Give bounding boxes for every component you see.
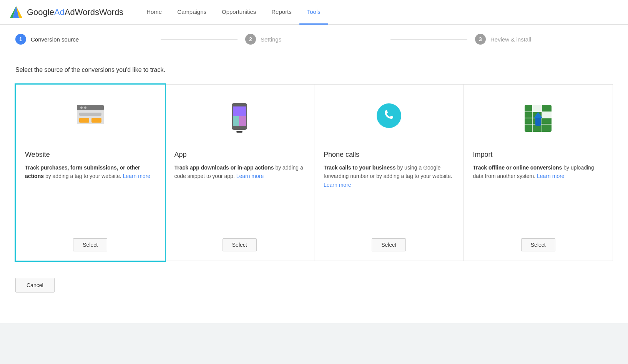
step-2: 2 Settings — [245, 34, 383, 45]
app-select-button[interactable]: Select — [223, 238, 257, 251]
phone-learn-more[interactable]: Learn more — [324, 182, 351, 188]
website-select-button[interactable]: Select — [73, 238, 107, 251]
card-import[interactable]: Import Track offline or online conversio… — [464, 84, 613, 261]
phone-card-desc: Track calls to your business by using a … — [324, 163, 454, 231]
phone-select-button[interactable]: Select — [372, 238, 406, 251]
phone-card-title: Phone calls — [324, 151, 359, 159]
section-title: Select the source of the conversions you… — [15, 66, 613, 73]
step-1-label: Conversion source — [31, 36, 79, 43]
svg-rect-14 — [233, 106, 246, 116]
import-learn-more[interactable]: Learn more — [537, 173, 565, 179]
step-2-label: Settings — [261, 36, 281, 43]
step-connector-1 — [161, 39, 238, 40]
app-card-desc: Track app downloads or in-app actions by… — [174, 163, 305, 231]
nav-tools[interactable]: Tools — [299, 0, 328, 25]
app-card-title: App — [174, 151, 187, 159]
step-3-circle: 3 — [475, 34, 486, 45]
app-card-icon — [174, 95, 305, 141]
import-card-title: Import — [473, 151, 493, 159]
svg-rect-10 — [79, 118, 89, 123]
svg-rect-28 — [535, 117, 541, 126]
phone-card-icon — [324, 95, 454, 141]
step-2-circle: 2 — [245, 34, 256, 45]
step-1: 1 Conversion source — [15, 34, 153, 45]
nav-opportunities[interactable]: Opportunities — [214, 0, 264, 25]
header: GooglehomeAdAdWordsWords Home Campaigns … — [0, 0, 628, 25]
step-connector-2 — [390, 39, 467, 40]
import-card-icon — [473, 95, 604, 141]
main-nav: Home Campaigns Opportunities Reports Too… — [139, 0, 328, 25]
svg-rect-17 — [236, 131, 243, 133]
nav-reports[interactable]: Reports — [264, 0, 299, 25]
svg-point-8 — [84, 106, 86, 109]
cancel-button[interactable]: Cancel — [15, 278, 55, 293]
logo: GooglehomeAdAdWordsWords — [9, 5, 123, 19]
svg-rect-27 — [542, 112, 552, 118]
card-phone[interactable]: Phone calls Track calls to your business… — [314, 84, 464, 261]
nav-campaigns[interactable]: Campaigns — [169, 0, 214, 25]
card-app[interactable]: App Track app downloads or in-app action… — [165, 84, 315, 261]
svg-rect-11 — [91, 118, 101, 123]
adwords-logo-icon — [9, 5, 23, 19]
step-3-label: Review & install — [490, 36, 531, 43]
svg-point-7 — [80, 106, 83, 109]
cards-grid: Website Track purchases, form submission… — [15, 84, 613, 261]
import-card-desc: Track offline or online conversions by u… — [473, 163, 604, 231]
step-1-circle: 1 — [15, 34, 26, 45]
website-card-desc: Track purchases, form submissions, or ot… — [25, 163, 156, 231]
website-card-icon — [25, 95, 156, 141]
logo-text: GooglehomeAdAdWordsWords — [27, 7, 123, 17]
nav-home[interactable]: Home — [139, 0, 169, 25]
card-website[interactable]: Website Track purchases, form submission… — [15, 83, 166, 262]
content-area: Select the source of the conversions you… — [0, 54, 628, 323]
svg-rect-9 — [79, 113, 101, 116]
website-card-title: Website — [25, 151, 50, 159]
website-learn-more[interactable]: Learn more — [123, 173, 150, 179]
svg-rect-15 — [233, 116, 239, 126]
main-content: 1 Conversion source 2 Settings 3 Review … — [0, 25, 628, 323]
steps-bar: 1 Conversion source 2 Settings 3 Review … — [0, 25, 628, 54]
app-learn-more[interactable]: Learn more — [236, 173, 264, 179]
svg-rect-26 — [532, 105, 542, 112]
step-3: 3 Review & install — [475, 34, 613, 45]
svg-rect-16 — [239, 116, 246, 126]
import-select-button[interactable]: Select — [521, 238, 555, 251]
